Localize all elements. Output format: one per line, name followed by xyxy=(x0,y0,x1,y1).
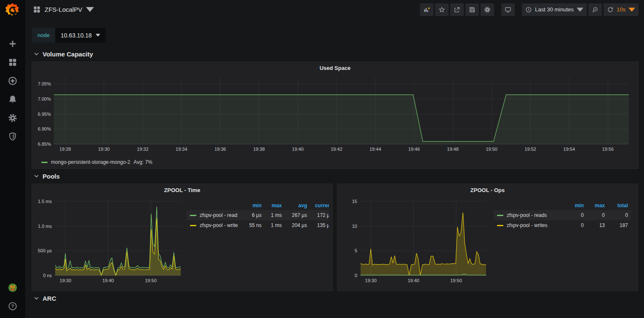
refresh-button[interactable]: 10s xyxy=(604,3,639,16)
dashboard-grid-icon xyxy=(33,5,41,13)
svg-text:19:28: 19:28 xyxy=(59,147,71,152)
legend-value-min: 55 ns xyxy=(241,220,264,230)
server-admin-shield-icon[interactable] xyxy=(0,127,25,146)
template-variables-row: node 10.63.10.18 xyxy=(32,28,639,43)
time-range-label: Last 30 minutes xyxy=(535,6,574,13)
legend-value-min: 0 xyxy=(565,210,586,220)
dashboard-title-button[interactable]: ZFS-LocalPV xyxy=(33,5,94,13)
series-avg: Avg: 7% xyxy=(134,159,152,165)
node-variable-value: 10.63.10.18 xyxy=(61,32,92,39)
grafana-app: ? ZFS-LocalPV xyxy=(0,0,644,318)
help-icon[interactable]: ? xyxy=(0,297,25,315)
svg-text:19:48: 19:48 xyxy=(447,147,459,152)
svg-text:19:40: 19:40 xyxy=(292,147,304,152)
legend-value-max: 0 xyxy=(586,210,607,220)
legend-header-max[interactable]: max xyxy=(264,201,284,210)
svg-text:1.5 ms: 1.5 ms xyxy=(38,199,52,204)
svg-text:6.95%: 6.95% xyxy=(38,112,51,117)
star-button[interactable] xyxy=(435,3,449,16)
zpool-time-chart[interactable]: 19:3019:4019:501.5 ms1.0 ms500 µs0 ns xyxy=(35,195,184,288)
explore-compass-icon[interactable] xyxy=(0,72,25,90)
save-button[interactable] xyxy=(465,3,479,16)
grafana-logo[interactable] xyxy=(5,3,20,18)
legend-header-avg[interactable]: avg xyxy=(284,201,310,210)
main-area: ZFS-LocalPV xyxy=(25,0,644,318)
legend-value-current: 135 µs xyxy=(310,220,329,230)
svg-text:19:52: 19:52 xyxy=(524,147,536,152)
svg-text:19:40: 19:40 xyxy=(408,278,420,283)
svg-text:?: ? xyxy=(11,304,14,309)
panel-title-zpool-time[interactable]: ZPOOL - Time xyxy=(32,184,332,195)
time-picker-button[interactable]: Last 30 minutes xyxy=(522,3,587,16)
series-swatch-green xyxy=(497,215,503,216)
cycle-view-button[interactable] xyxy=(501,3,515,16)
series-name[interactable]: mongo-persistent-storage-mongo-2 xyxy=(51,159,130,165)
used-space-legend: mongo-persistent-storage-mongo-2 Avg: 7% xyxy=(32,158,638,165)
dashboards-icon[interactable] xyxy=(0,53,25,72)
clock-icon xyxy=(525,6,532,13)
panel-used-space: Used Space 19:2819:3019:3219:3419:3619:3… xyxy=(32,61,639,169)
create-plus-icon[interactable] xyxy=(0,35,25,53)
chevron-down-icon xyxy=(34,175,39,178)
svg-text:6.90%: 6.90% xyxy=(38,126,51,131)
sidebar-bottom: ? xyxy=(0,278,25,315)
legend-value-max: 13 xyxy=(586,220,607,230)
legend-value-max: 1 ms xyxy=(264,210,284,220)
caret-down-icon xyxy=(96,34,100,37)
zoom-out-button[interactable] xyxy=(588,3,602,16)
legend-header-total[interactable]: total xyxy=(607,201,631,210)
svg-text:10: 10 xyxy=(352,224,357,229)
configuration-gear-icon[interactable] xyxy=(0,109,25,127)
sidebar-nav xyxy=(0,35,25,146)
legend-value-avg: 204 µs xyxy=(284,220,310,230)
refresh-icon xyxy=(607,6,614,13)
svg-text:19:54: 19:54 xyxy=(564,147,575,152)
zpool-ops-legend: min max total zfspv-pool - reads 0 0 0 xyxy=(494,201,633,288)
section-arc[interactable]: ARC xyxy=(32,291,639,306)
pools-panel-row: ZPOOL - Time 19:3019:4019:501.5 ms1.0 ms… xyxy=(32,184,639,291)
legend-header-current[interactable]: current xyxy=(310,201,329,210)
svg-text:19:32: 19:32 xyxy=(137,147,149,152)
legend-header-max[interactable]: max xyxy=(586,201,607,210)
panel-zpool-time: ZPOOL - Time 19:3019:4019:501.5 ms1.0 ms… xyxy=(32,184,333,291)
star-icon xyxy=(438,6,445,13)
user-avatar[interactable] xyxy=(0,278,25,297)
section-pools[interactable]: Pools xyxy=(32,169,639,184)
svg-text:19:56: 19:56 xyxy=(602,147,614,152)
legend-header-min[interactable]: min xyxy=(241,201,264,210)
caret-down-icon xyxy=(86,5,94,13)
panel-title-zpool-ops[interactable]: ZPOOL - Ops xyxy=(337,184,638,195)
legend-row-reads: zfspv-pool - reads 0 0 0 xyxy=(494,210,631,220)
svg-text:7.00%: 7.00% xyxy=(38,96,51,102)
dashboard-settings-button[interactable] xyxy=(481,3,494,16)
panel-zpool-ops: ZPOOL - Ops 19:3019:4019:50151050 min ma… xyxy=(337,184,638,291)
series-name: zfspv-pool - reads xyxy=(507,212,547,218)
toolbar: Last 30 minutes 10s xyxy=(420,3,639,16)
tv-icon xyxy=(505,6,511,13)
legend-header-min[interactable]: min xyxy=(565,201,586,210)
legend-value-current: 172 µs xyxy=(310,210,329,220)
sidebar: ? xyxy=(0,0,25,318)
svg-text:19:50: 19:50 xyxy=(486,147,497,152)
alerting-bell-icon[interactable] xyxy=(0,90,25,109)
used-space-chart[interactable]: 19:2819:3019:3219:3419:3619:3819:4019:42… xyxy=(32,72,631,157)
node-variable-dropdown[interactable]: node 10.63.10.18 xyxy=(32,28,106,43)
node-variable-label: node xyxy=(32,28,55,43)
svg-text:19:34: 19:34 xyxy=(176,147,187,152)
section-volume-capacity[interactable]: Volume Capacity xyxy=(32,47,639,61)
svg-text:19:38: 19:38 xyxy=(253,147,265,152)
caret-down-icon xyxy=(577,6,583,13)
series-swatch-yellow xyxy=(190,225,196,226)
panel-title-used-space[interactable]: Used Space xyxy=(32,62,638,72)
series-swatch-green xyxy=(41,162,48,163)
series-name: zfspv-pool - writes xyxy=(507,222,548,228)
zpool-ops-chart[interactable]: 19:3019:4019:50151050 xyxy=(341,195,489,288)
legend-value-min: 0 xyxy=(565,220,586,230)
svg-text:6.85%: 6.85% xyxy=(38,142,51,147)
chevron-down-icon xyxy=(34,297,39,300)
svg-text:19:30: 19:30 xyxy=(60,278,72,283)
svg-text:0 ns: 0 ns xyxy=(43,273,52,278)
add-panel-button[interactable] xyxy=(420,3,433,16)
svg-text:500 µs: 500 µs xyxy=(38,248,52,253)
share-button[interactable] xyxy=(450,3,464,16)
